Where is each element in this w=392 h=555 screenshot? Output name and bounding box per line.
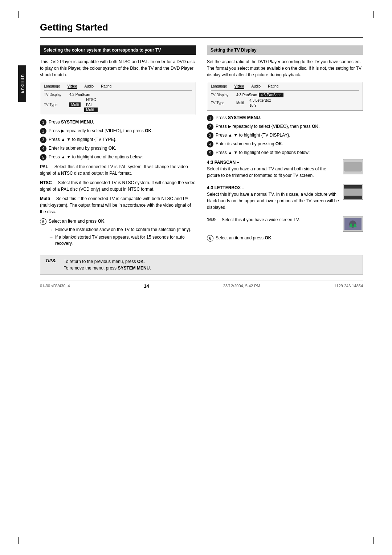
menu-submenu: NTSC PAL Multi [84,97,98,112]
169-svg [344,217,362,231]
right-step-2: 2 Press ▶ repeatedly to select {VIDEO}, … [207,123,363,130]
r-menu-value-tvdisplay: 4:3 PanScan [236,93,257,97]
right-step-3: 3 Press ▲ ▼ to highlight {TV DISPLAY}. [207,132,363,139]
step-num-3: 3 [40,137,46,143]
step-2-text: Press ▶ repeatedly to select {VIDEO}, th… [49,127,196,134]
step-num-4: 4 [40,145,46,152]
svg-marker-2 [347,164,349,169]
left-step-6: 6 Select an item and press OK. [40,218,196,225]
r-menu-col-language: Language [211,84,227,89]
menu-label-tvtype: TV Type [44,103,69,107]
left-column: Selecting the colour system that corresp… [40,45,196,248]
footer-far-right: 1129 246 14854 [334,284,363,288]
right-step-6: 6 Select an item and press OK. [207,235,363,242]
corner-mark-br [367,537,374,544]
right-menu-header-row: Language Video Audio Rating [211,84,359,91]
left-step-3: 3 Press ▲ ▼ to highlight {TV TYPE}. [40,136,196,143]
footer-left: 01-30 xDV430_4 [40,284,70,288]
svg-rect-1 [345,162,361,171]
tips-bar: TIPS: To return to the previous menu, pr… [40,255,363,275]
menu-highlight-multi: Multi [69,102,81,107]
main-content: Selecting the colour system that corresp… [40,45,363,248]
panscan-svg [344,160,362,174]
step-1-text: Press SYSTEM MENU. [49,119,196,125]
left-step-4: 4 Enter its submenu by pressing OK. [40,145,196,152]
right-step-4: 4 Enter its submenu by pressing OK. [207,141,363,147]
step-4-text: Enter its submenu by pressing OK. [49,145,196,151]
panscan-label: 4:3 PANSCAN – [207,160,239,165]
letterbox-option: 4:3 LETTERBOX – Select this if you have … [207,185,339,211]
right-column: Setting the TV Display Set the aspect ra… [207,45,363,248]
corner-mark-bl [18,537,25,544]
arrow-1-text: Follow the instructions show on the TV t… [55,227,191,233]
r-menu-item-169: 16:9 [248,103,273,108]
left-steps-list: 1 Press SYSTEM MENU. 2 Press ▶ repeatedl… [40,119,196,161]
letterbox-label: 4:3 LETTERBOX – [207,185,244,190]
ntsc-option: NTSC – Select this if the connected TV i… [40,179,196,193]
step-num-6: 6 [40,218,46,225]
pal-option: PAL – Select this if the connected TV is… [40,163,196,177]
menu-item-multi-hl: Multi [84,108,98,112]
multi-label: Multi [40,196,50,201]
panscan-image [343,159,363,174]
169-image [343,216,363,232]
r-menu-col-video: Video [234,84,244,89]
corner-mark-tr [367,11,374,18]
svg-rect-6 [344,196,362,199]
arrow-2: → If a blank/distorted TV screen appears… [40,234,196,247]
arrow-sym-2: → [49,234,53,241]
tips-line-2: To remove the menu, press SYSTEM MENU. [64,265,151,271]
page-title: Getting Started [29,22,363,33]
menu-item-pal: PAL [84,102,98,107]
r-menu-submenu: 4:3 LetterBox 16:9 [248,98,273,108]
left-menu-mockup: Language Video Audio Rating TV Display 4… [40,82,196,115]
menu-col-video: Video [68,84,77,89]
r-menu-label-tvdisplay: TV Display [211,93,236,97]
step-6-text: Select an item and press OK. [49,218,196,224]
r-step-6-text: Select an item and press OK. [216,235,363,241]
arrow-2-text: If a blank/distorted TV screen appears, … [55,234,196,247]
letterbox-subsection: 4:3 LETTERBOX – Select this if you have … [207,185,363,214]
right-menu-mockup: Language Video Audio Rating TV Display 4… [207,82,363,111]
svg-marker-3 [357,164,359,169]
169-subsection: 16:9 – Select this if you have a wide-sc… [207,216,363,232]
menu-item-ntsc: NTSC [84,97,98,102]
menu-col-rating: Rating [101,84,111,89]
letterbox-text-part: 4:3 LETTERBOX – Select this if you have … [207,185,339,214]
ntsc-label: NTSC [40,180,52,185]
r-menu-item-letterbox: 4:3 LetterBox [248,98,273,103]
letterbox-svg [344,185,362,199]
169-label: 16:9 [207,217,216,222]
svg-rect-7 [344,189,362,196]
r-step-2-text: Press ▶ repeatedly to select {VIDEO}, th… [216,123,363,130]
panscan-text-part: 4:3 PANSCAN – Select this if you have a … [207,159,339,182]
r-step-num-2: 2 [207,123,213,130]
menu-row-tvtype: TV Type Multi NTSC PAL Multi [44,97,192,113]
r-menu-col-rating: Rating [268,84,278,89]
sidebar-label: English [20,74,24,93]
left-body-text: This DVD Player is compatible with both … [40,58,196,78]
arrow-sym-1: → [49,227,53,233]
r-step-num-1: 1 [207,115,213,121]
tips-label: TIPS: [45,258,57,263]
r-menu-highlight-panscan: 4:3 PanScan [259,93,283,97]
r-step-3-text: Press ▲ ▼ to highlight {TV DISPLAY}. [216,132,363,138]
step-num-2: 2 [40,128,46,134]
r-step-1-text: Press SYSTEM MENU. [216,114,363,121]
menu-value-tvdisplay: 4:3 PanScan [69,93,90,97]
footer: 01-30 xDV430_4 14 23/12/2004, 5:42 PM 11… [40,280,363,289]
step-3-text: Press ▲ ▼ to highlight {TV TYPE}. [49,136,196,143]
multi-option: Multi – Select this if the connected TV … [40,195,196,215]
corner-mark-tl [18,11,25,18]
169-option: 16:9 – Select this if you have a wide-sc… [207,216,339,223]
left-step-2: 2 Press ▶ repeatedly to select {VIDEO}, … [40,127,196,134]
right-steps-list: 1 Press SYSTEM MENU. 2 Press ▶ repeatedl… [207,114,363,156]
right-step-5: 5 Press ▲ ▼ to highlight one of the opti… [207,149,363,156]
tips-line-1: To return to the previous menu, press OK… [64,258,151,265]
step-num-5: 5 [40,154,46,161]
arrow-1: → Follow the instructions show on the TV… [40,227,196,233]
page: English Getting Started Selecting the co… [0,0,392,555]
pal-label: PAL [40,164,48,169]
right-body-text: Set the aspect ratio of the DVD Player a… [207,58,363,78]
menu-col-audio: Audio [85,84,94,89]
